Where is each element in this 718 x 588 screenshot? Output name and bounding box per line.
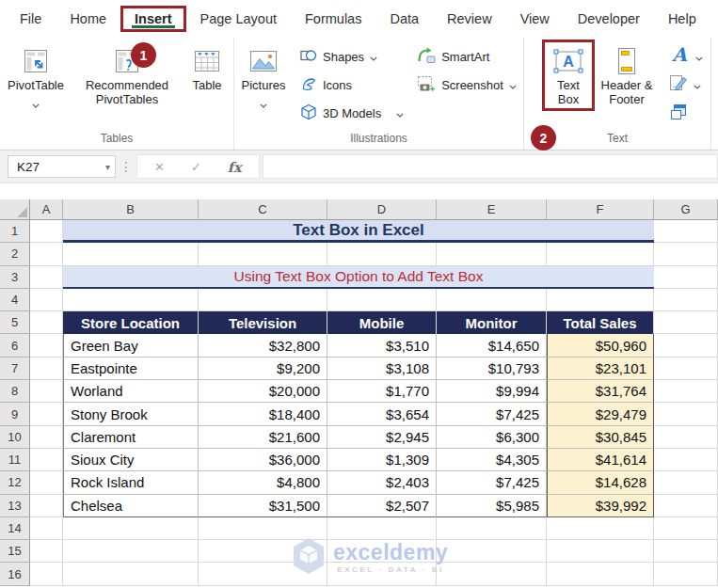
tab-formulas[interactable]: Formulas [291, 6, 375, 32]
cell-E14[interactable] [437, 517, 547, 540]
cell-E15[interactable] [437, 540, 547, 563]
cell-D12[interactable]: $2,403 [327, 471, 437, 494]
cell-B4[interactable] [63, 289, 199, 311]
cell-G2[interactable] [654, 243, 718, 265]
cell-E8[interactable]: $9,994 [437, 380, 547, 403]
signature-button[interactable] [669, 73, 703, 97]
screenshot-button[interactable]: Screenshot [417, 73, 517, 97]
shapes-button[interactable]: Shapes [300, 45, 404, 69]
cell-G12[interactable] [654, 471, 718, 494]
cell-C4[interactable] [199, 289, 327, 311]
row-header-9[interactable]: 9 [0, 403, 30, 425]
cell-A4[interactable] [30, 289, 63, 311]
cell-B6[interactable]: Green Bay [63, 334, 199, 357]
cell-E13[interactable]: $5,985 [437, 495, 547, 517]
cell-B5[interactable]: Store Location [63, 311, 199, 334]
cell-F5[interactable]: Total Sales [547, 311, 654, 334]
cell-G15[interactable] [654, 540, 718, 563]
3d-models-button[interactable]: 3D Models [300, 102, 404, 125]
cell-F13[interactable]: $39,992 [547, 495, 654, 517]
cell-C5[interactable]: Television [199, 311, 327, 334]
row-header-3[interactable]: 3 [0, 266, 30, 289]
formula-input[interactable] [263, 154, 718, 179]
cell-A6[interactable] [30, 334, 63, 357]
cell-F9[interactable]: $29,479 [547, 403, 654, 425]
select-all-button[interactable] [0, 199, 30, 220]
cell-A12[interactable] [30, 471, 63, 494]
cell-E4[interactable] [437, 289, 547, 311]
cell-C2[interactable] [199, 243, 327, 265]
cell-A15[interactable] [30, 540, 63, 563]
cell-D13[interactable]: $2,507 [327, 495, 437, 517]
row-header-11[interactable]: 11 [0, 449, 30, 471]
row-header-4[interactable]: 4 [0, 289, 30, 311]
cell-D7[interactable]: $3,108 [327, 358, 437, 380]
cell-A14[interactable] [30, 517, 63, 540]
column-header-A[interactable]: A [30, 199, 63, 220]
cell-A16[interactable] [30, 563, 63, 585]
cell-G14[interactable] [654, 517, 718, 540]
object-button[interactable] [669, 102, 703, 125]
row-header-1[interactable]: 1 [0, 220, 30, 243]
row-header-7[interactable]: 7 [0, 358, 30, 380]
pictures-button[interactable]: Pictures [234, 42, 293, 114]
tab-home[interactable]: Home [56, 6, 120, 32]
pivottable-button[interactable]: PivotTable [0, 42, 72, 114]
cell-A3[interactable] [30, 266, 63, 289]
cell-E7[interactable]: $10,793 [437, 358, 547, 380]
name-box-dropdown-icon[interactable]: ▾ [105, 162, 110, 172]
header-footer-button[interactable]: Header & Footer [592, 42, 662, 108]
cell-B13[interactable]: Chelsea [63, 495, 199, 517]
recommended-pivottables-button[interactable]: Recommended PivotTables [72, 42, 183, 108]
cell-F8[interactable]: $31,764 [547, 380, 654, 403]
row-header-10[interactable]: 10 [0, 426, 30, 449]
tab-page-layout[interactable]: Page Layout [186, 6, 291, 32]
cell-G11[interactable] [654, 449, 718, 471]
cell-B7[interactable]: Eastpointe [63, 358, 199, 380]
column-header-C[interactable]: C [199, 199, 327, 220]
table-button[interactable]: Table [183, 42, 231, 94]
cell-F14[interactable] [547, 517, 654, 540]
tab-developer[interactable]: Developer [564, 6, 654, 32]
tab-review[interactable]: Review [433, 6, 506, 32]
row-header-6[interactable]: 6 [0, 334, 30, 357]
cell-A1[interactable] [30, 220, 63, 243]
cell-D4[interactable] [327, 289, 437, 311]
cell-D5[interactable]: Mobile [327, 311, 437, 334]
cell-E16[interactable] [437, 563, 547, 585]
cell-F11[interactable]: $41,614 [547, 449, 654, 471]
row-header-14[interactable]: 14 [0, 517, 30, 540]
cell-B9[interactable]: Stony Brook [63, 403, 199, 425]
cell-G3[interactable] [654, 266, 718, 289]
cell-A7[interactable] [30, 358, 63, 380]
cell-B16[interactable] [63, 563, 199, 585]
cell-D6[interactable]: $3,510 [327, 334, 437, 357]
cell-D10[interactable]: $2,945 [327, 426, 437, 449]
cell-B15[interactable] [63, 540, 199, 563]
tab-view[interactable]: View [506, 6, 564, 32]
cell-B14[interactable] [63, 517, 199, 540]
cell-E5[interactable]: Monitor [437, 311, 547, 334]
row-header-13[interactable]: 13 [0, 495, 30, 517]
cell-E11[interactable]: $4,305 [437, 449, 547, 471]
cell-F16[interactable] [547, 563, 654, 585]
cell-A10[interactable] [30, 426, 63, 449]
cell-G9[interactable] [654, 403, 718, 425]
merged-cell-B3-F3-subtitle[interactable]: Using Text Box Option to Add Text Box [63, 266, 654, 289]
cell-G10[interactable] [654, 426, 718, 449]
cell-E9[interactable]: $7,425 [437, 403, 547, 425]
cell-G5[interactable] [654, 311, 718, 334]
cell-A5[interactable] [30, 311, 63, 334]
cell-F12[interactable]: $14,628 [547, 471, 654, 494]
tab-data[interactable]: Data [375, 6, 433, 32]
cell-F10[interactable]: $30,845 [547, 426, 654, 449]
cell-F6[interactable]: $50,960 [547, 334, 654, 357]
cell-A8[interactable] [30, 380, 63, 403]
cell-D8[interactable]: $1,770 [327, 380, 437, 403]
cell-C9[interactable]: $18,400 [199, 403, 327, 425]
column-header-G[interactable]: G [654, 199, 718, 220]
cell-G16[interactable] [654, 563, 718, 585]
cell-C12[interactable]: $4,800 [199, 471, 327, 494]
cell-A2[interactable] [30, 243, 63, 265]
cell-F2[interactable] [547, 243, 654, 265]
